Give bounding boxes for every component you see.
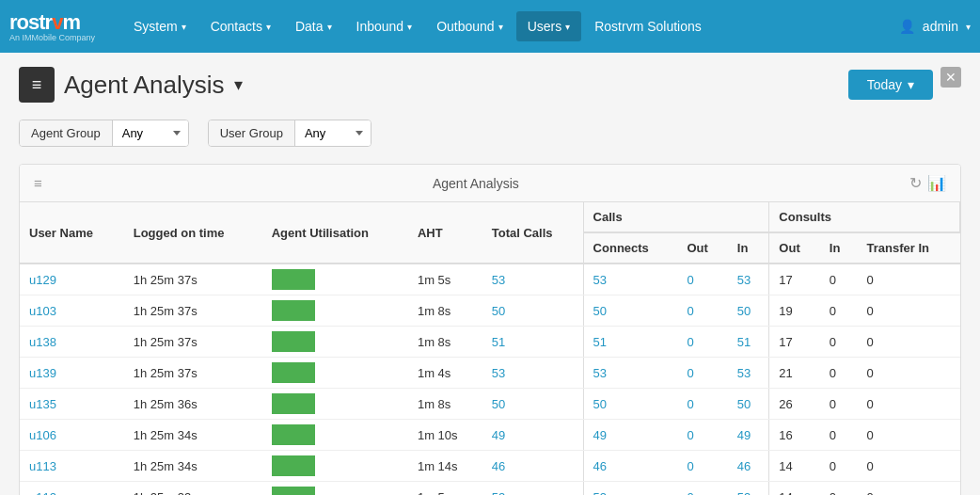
chevron-down-icon: ▾ [407, 22, 412, 32]
brand-logo-text: rostrvm [9, 10, 80, 35]
cell-out: 0 [677, 263, 727, 295]
today-button[interactable]: Today ▾ [848, 70, 933, 100]
user-menu[interactable]: 👤 admin ▾ [899, 19, 971, 34]
total-calls-link[interactable]: 51 [492, 335, 505, 349]
cell-consults-out: 14 [769, 451, 820, 482]
username-link[interactable]: u135 [29, 397, 56, 411]
refresh-icon[interactable]: ↻ [909, 174, 922, 192]
username-link[interactable]: u113 [29, 459, 56, 473]
col-consults-out: Out [769, 232, 820, 263]
out-link[interactable]: 0 [687, 273, 693, 287]
user-group-filter: User Group Any [208, 120, 371, 147]
col-logged-on: Logged on time [124, 202, 262, 263]
col-connects: Connects [583, 232, 677, 263]
total-calls-link[interactable]: 50 [492, 397, 505, 411]
hamburger-icon[interactable]: ≡ [34, 175, 42, 191]
nav-item-system[interactable]: System ▾ [122, 11, 198, 41]
username-link[interactable]: u106 [29, 428, 56, 442]
cell-logged-on: 1h 25m 37s [124, 263, 262, 295]
connects-link[interactable]: 51 [593, 335, 607, 349]
out-link[interactable]: 0 [687, 335, 693, 349]
close-button[interactable]: ✕ [940, 67, 961, 88]
in-link[interactable]: 51 [737, 335, 751, 349]
user-icon: 👤 [899, 19, 915, 34]
in-link[interactable]: 46 [737, 459, 751, 473]
out-link[interactable]: 0 [687, 459, 693, 473]
cell-transfer-in: 0 [858, 295, 960, 327]
in-link[interactable]: 49 [737, 428, 751, 442]
cell-out: 0 [677, 451, 727, 482]
connects-link[interactable]: 46 [593, 459, 607, 473]
cell-username: u129 [20, 263, 124, 295]
cell-connects: 50 [583, 389, 677, 420]
connects-link[interactable]: 53 [593, 490, 607, 496]
cell-transfer-in: 0 [858, 263, 960, 295]
total-calls-link[interactable]: 49 [492, 428, 505, 442]
cell-in: 51 [728, 327, 769, 358]
cell-aht: 1m 8s [408, 295, 482, 327]
cell-utilisation [262, 451, 408, 482]
out-link[interactable]: 0 [687, 304, 693, 318]
chevron-down-icon: ▾ [565, 22, 570, 32]
cell-logged-on: 1h 25m 34s [124, 451, 262, 482]
in-link[interactable]: 53 [737, 273, 751, 287]
total-calls-link[interactable]: 46 [492, 459, 505, 473]
cell-consults-in: 0 [820, 358, 858, 389]
agent-group-label: Agent Group [20, 120, 113, 146]
cell-total-calls: 46 [482, 451, 583, 482]
out-link[interactable]: 0 [687, 397, 693, 411]
brand-sub-text: An IMMobile Company [9, 33, 95, 42]
in-link[interactable]: 50 [737, 397, 751, 411]
out-link[interactable]: 0 [687, 428, 693, 442]
connects-link[interactable]: 50 [593, 397, 607, 411]
cell-transfer-in: 0 [858, 358, 960, 389]
nav-item-contacts[interactable]: Contacts ▾ [199, 11, 282, 41]
cell-transfer-in: 0 [858, 389, 960, 420]
agent-group-select[interactable]: Any [113, 120, 188, 146]
in-link[interactable]: 53 [737, 366, 751, 380]
total-calls-link[interactable]: 53 [492, 490, 505, 496]
connects-link[interactable]: 53 [593, 273, 607, 287]
connects-link[interactable]: 50 [593, 304, 607, 318]
brand-logo[interactable]: rostrvm An IMMobile Company [9, 10, 103, 42]
in-link[interactable]: 50 [737, 304, 751, 318]
cell-consults-out: 16 [769, 420, 820, 451]
chart-icon[interactable]: 📊 [927, 174, 946, 192]
cell-username: u106 [20, 420, 124, 451]
nav-item-users[interactable]: Users ▾ [516, 11, 582, 41]
table-row: u103 1h 25m 37s 1m 8s 50 50 0 50 19 0 0 [20, 295, 960, 327]
cell-in: 53 [728, 263, 769, 295]
cell-aht: 1m 14s [408, 451, 482, 482]
cell-consults-out: 17 [769, 327, 820, 358]
connects-link[interactable]: 53 [593, 366, 607, 380]
nav-item-data[interactable]: Data ▾ [284, 11, 343, 41]
cell-logged-on: 1h 25m 37s [124, 327, 262, 358]
cell-total-calls: 49 [482, 420, 583, 451]
cell-connects: 53 [583, 263, 677, 295]
total-calls-link[interactable]: 53 [492, 366, 505, 380]
username-link[interactable]: u139 [29, 366, 56, 380]
total-calls-link[interactable]: 50 [492, 304, 505, 318]
chevron-down-icon: ▾ [908, 77, 914, 92]
nav-item-outbound[interactable]: Outbound ▾ [425, 11, 514, 41]
nav-item-rostrvm-solutions[interactable]: Rostrvm Solutions [583, 11, 713, 41]
username-link[interactable]: u112 [29, 490, 56, 496]
cell-total-calls: 50 [482, 295, 583, 327]
out-link[interactable]: 0 [687, 490, 693, 496]
cell-total-calls: 50 [482, 389, 583, 420]
in-link[interactable]: 53 [737, 490, 751, 496]
user-group-select[interactable]: Any [295, 120, 371, 146]
total-calls-link[interactable]: 53 [492, 273, 505, 287]
page-title-caret[interactable]: ▾ [234, 74, 243, 95]
cell-out: 0 [677, 420, 727, 451]
page-title: Agent Analysis [64, 71, 225, 100]
nav-item-inbound[interactable]: Inbound ▾ [345, 11, 424, 41]
username-link[interactable]: u138 [29, 335, 56, 349]
out-link[interactable]: 0 [687, 366, 693, 380]
username-link[interactable]: u103 [29, 304, 56, 318]
connects-link[interactable]: 49 [593, 428, 607, 442]
username-link[interactable]: u129 [29, 273, 56, 287]
cell-aht: 1m 5s [408, 482, 482, 496]
cell-total-calls: 51 [482, 327, 583, 358]
agent-group-filter: Agent Group Any [19, 120, 189, 147]
